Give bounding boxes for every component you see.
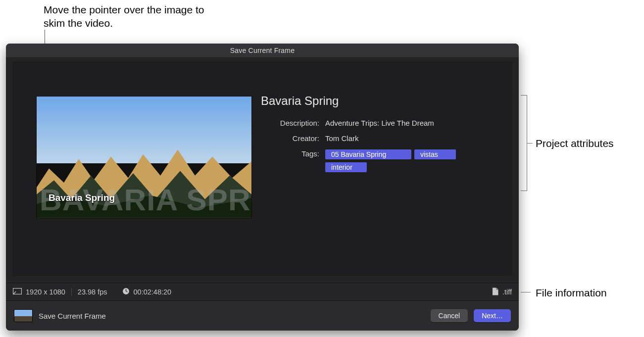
tags-label: Tags: bbox=[261, 149, 325, 158]
content-frame: BAVARIA SPRING Bavaria Spring Bavaria Sp… bbox=[13, 62, 512, 276]
attr-row-tags: Tags: 05 Bavaria Spring vistas interior bbox=[261, 149, 499, 172]
status-timecode: 00:02:48:20 bbox=[134, 288, 172, 296]
status-bar: 1920 x 1080 23.98 fps 00:02:48:20 .tiff bbox=[6, 283, 519, 301]
thumbnail-overlay-large-text: BAVARIA SPRING bbox=[37, 159, 251, 218]
window-title: Save Current Frame bbox=[6, 44, 519, 58]
cancel-button[interactable]: Cancel bbox=[431, 309, 468, 322]
save-current-frame-panel: Save Current Frame Info Settings BAVARIA… bbox=[6, 44, 519, 331]
tag-item[interactable]: vistas bbox=[414, 149, 456, 159]
description-label: Description: bbox=[261, 119, 325, 127]
footer-bar: Save Current Frame Cancel Next… bbox=[6, 300, 519, 331]
callout-leader-fileinfo bbox=[521, 292, 531, 292]
tag-item[interactable]: interior bbox=[325, 162, 367, 172]
footer-title: Save Current Frame bbox=[39, 312, 106, 320]
callout-bracket-attributes bbox=[521, 95, 527, 191]
creator-value[interactable]: Tom Clark bbox=[325, 134, 499, 143]
tags-value[interactable]: 05 Bavaria Spring vistas interior bbox=[325, 149, 499, 172]
clock-icon bbox=[122, 288, 130, 296]
video-thumbnail[interactable]: BAVARIA SPRING Bavaria Spring bbox=[36, 96, 252, 219]
callout-skim: Move the pointer over the image to skim … bbox=[44, 3, 217, 30]
callout-project-attributes: Project attributes bbox=[536, 137, 635, 150]
aspect-ratio-icon bbox=[13, 288, 22, 296]
status-fps: 23.98 fps bbox=[78, 288, 107, 296]
attr-row-description: Description: Adventure Trips: Live The D… bbox=[261, 119, 499, 127]
tags-wrap: 05 Bavaria Spring vistas interior bbox=[325, 149, 489, 172]
tag-item[interactable]: 05 Bavaria Spring bbox=[325, 149, 411, 159]
attr-row-creator: Creator: Tom Clark bbox=[261, 134, 499, 143]
panel-body: Info Settings BAVARIA SPRING Bavaria Spr… bbox=[6, 58, 519, 281]
thumbnail-overlay-title: Bavaria Spring bbox=[49, 193, 115, 203]
next-button[interactable]: Next… bbox=[474, 309, 511, 322]
creator-label: Creator: bbox=[261, 134, 325, 143]
status-dimensions: 1920 x 1080 bbox=[26, 288, 65, 296]
callout-file-information: File information bbox=[536, 286, 635, 299]
file-icon bbox=[492, 288, 498, 297]
project-info-area: Bavaria Spring Description: Adventure Tr… bbox=[261, 94, 499, 179]
status-filetype: .tiff bbox=[502, 288, 512, 296]
footer-mini-thumbnail bbox=[14, 309, 33, 322]
status-separator bbox=[71, 288, 72, 296]
project-title: Bavaria Spring bbox=[261, 94, 499, 108]
description-value[interactable]: Adventure Trips: Live The Dream bbox=[325, 119, 499, 127]
